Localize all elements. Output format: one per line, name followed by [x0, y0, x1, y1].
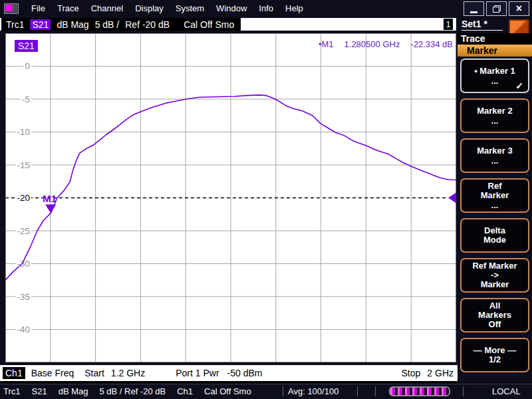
softkey-marker-3[interactable]: Marker 3 ... — [460, 138, 529, 173]
softkey-label: Delta Mode — [483, 226, 506, 245]
softkey-label: • Marker 1 — [474, 66, 515, 76]
svg-text:-10: -10 — [17, 127, 30, 137]
menu-trace[interactable]: Trace — [51, 3, 85, 13]
channel-sweep-type: Base Freq — [31, 368, 74, 378]
status-format: dB Mag — [59, 386, 88, 396]
svg-text:-40: -40 — [17, 325, 30, 334]
minimize-button[interactable] — [464, 1, 484, 16]
trace-ref[interactable]: Ref -20 dB — [125, 19, 170, 30]
trace-plot: 0-5-10-15-20-25-30-35-40M1 — [5, 33, 456, 362]
stop-freq-label: Stop — [402, 368, 421, 378]
sidebar-submenu-marker[interactable]: Marker — [458, 45, 532, 57]
restore-icon — [493, 5, 501, 13]
marker-readout-value: -22.334 dB — [410, 39, 453, 49]
close-button[interactable]: × — [509, 1, 529, 16]
trace-label-chip[interactable]: S21 — [15, 40, 38, 52]
trace-parameter-chip[interactable]: S21 — [30, 19, 51, 30]
trace-scale[interactable]: 5 dB / — [95, 19, 120, 30]
menu-help[interactable]: Help — [279, 3, 309, 13]
menu-display[interactable]: Display — [129, 3, 170, 13]
softkey-label: Ref Marker -> Marker — [472, 261, 517, 289]
trace-name[interactable]: Trc1 — [6, 19, 24, 30]
softkey-label: Marker 3 — [477, 146, 512, 156]
status-separator — [357, 386, 358, 396]
softkey-ellipsis: ... — [491, 77, 499, 85]
menu-window[interactable]: Window — [210, 3, 253, 13]
menu-info[interactable]: Info — [253, 3, 279, 13]
trace-info-text[interactable]: Trc1 S21 dB Mag 5 dB / Ref -20 dB Cal Of… — [1, 18, 241, 31]
setup-name: Set1 * — [462, 19, 503, 31]
diagram-area-number: 1 — [444, 19, 453, 30]
close-icon: × — [516, 3, 522, 14]
window-controls: × — [464, 1, 529, 16]
softkey-marker-1[interactable]: • Marker 1 ... ✓ — [460, 59, 529, 93]
restore-button[interactable] — [486, 1, 507, 16]
app-icon[interactable] — [4, 3, 19, 14]
trace-cal-state: Cal Off Smo — [184, 19, 234, 30]
sweep-progress-bar — [389, 386, 450, 396]
marker-readout: •M1 1.280500 GHz -22.334 dB — [319, 39, 453, 49]
status-scale-ref: 5 dB / Ref -20 dB — [99, 386, 166, 396]
softkey-sidebar: Set1 * Trace Marker • Marker 1 ... ✓ Mar… — [458, 17, 532, 384]
softkey-label: All Markers Off — [478, 301, 511, 329]
trace-info-bar: Trc1 S21 dB Mag 5 dB / Ref -20 dB Cal Of… — [0, 18, 456, 31]
port-power-value[interactable]: -50 dBm — [227, 368, 263, 378]
channel-info-bar: Ch1 Base Freq Start 1.2 GHz Port 1 Pwr -… — [0, 365, 458, 381]
svg-text:0: 0 — [25, 61, 30, 71]
svg-text:M1: M1 — [43, 193, 57, 204]
softkey-label: — More — 1/2 — [473, 346, 516, 364]
svg-text:-35: -35 — [17, 292, 30, 302]
average-count: Avg: 100/100 — [288, 386, 338, 396]
diagram-area: 0-5-10-15-20-25-30-35-40M1 S21 •M1 1.280… — [5, 33, 456, 362]
status-separator — [375, 386, 376, 396]
status-bar: Trc1 S21 dB Mag 5 dB / Ref -20 dB Ch1 Ca… — [0, 384, 532, 399]
start-freq-label: Start — [84, 368, 104, 378]
svg-text:-25: -25 — [17, 226, 30, 236]
marker-readout-freq: 1.280500 GHz — [344, 39, 400, 49]
status-separator — [283, 386, 283, 396]
softkey-all-markers-off[interactable]: All Markers Off — [460, 298, 529, 332]
softkey-label: Ref Marker — [481, 182, 509, 200]
start-freq-value[interactable]: 1.2 GHz — [111, 368, 145, 378]
status-separator — [463, 386, 464, 396]
softkey-more[interactable]: — More — 1/2 — [460, 338, 529, 372]
softkey-label: Marker 2 — [477, 106, 512, 116]
menu-file[interactable]: File — [25, 3, 51, 13]
channel-name-chip[interactable]: Ch1 — [3, 367, 25, 379]
softkey-marker-2[interactable]: Marker 2 ... — [460, 98, 529, 133]
softkey-ellipsis: ... — [491, 201, 499, 209]
check-icon: ✓ — [515, 80, 523, 91]
softkey-ref-marker[interactable]: Ref Marker ... — [460, 178, 529, 213]
status-trace: Trc1 — [3, 386, 21, 396]
softkey-ellipsis: ... — [491, 117, 499, 125]
stop-freq-value[interactable]: 2 GHz — [427, 368, 454, 378]
status-cal-state: Cal Off Smo — [204, 386, 251, 396]
softkey-column: • Marker 1 ... ✓ Marker 2 ... Marker 3 .… — [460, 59, 529, 372]
menu-bar: File Trace Channel Display System Window… — [0, 0, 532, 17]
minimize-icon — [470, 11, 477, 13]
trace-format[interactable]: dB Mag — [57, 19, 88, 30]
marker-readout-name: •M1 — [319, 39, 334, 49]
status-trace-summary: Trc1 S21 dB Mag 5 dB / Ref -20 dB Ch1 Ca… — [3, 386, 251, 396]
status-channel: Ch1 — [177, 386, 193, 396]
svg-text:-5: -5 — [22, 94, 30, 104]
sidebar-menu-title: Trace — [458, 33, 532, 45]
remote-local-mode: LOCAL — [492, 386, 521, 396]
softkey-ref-marker-to-marker[interactable]: Ref Marker -> Marker — [460, 258, 529, 293]
softkey-ellipsis: ... — [491, 157, 499, 165]
menu-channel[interactable]: Channel — [85, 3, 129, 13]
softkey-delta-mode[interactable]: Delta Mode — [460, 218, 529, 253]
svg-text:-15: -15 — [17, 160, 30, 170]
menu-system[interactable]: System — [170, 3, 210, 13]
svg-text:-20: -20 — [17, 193, 30, 203]
status-parameter: S21 — [32, 386, 47, 396]
port-power-label: Port 1 Pwr — [176, 368, 219, 378]
